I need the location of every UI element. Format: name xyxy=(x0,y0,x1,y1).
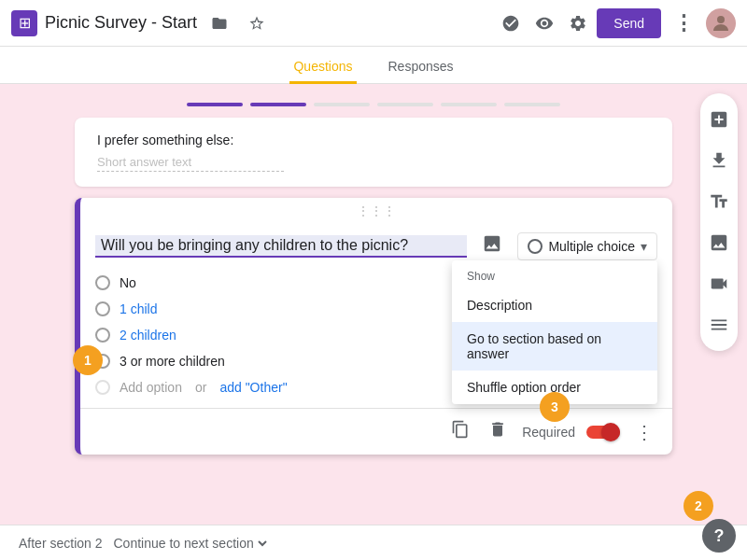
type-chevron: ▾ xyxy=(641,239,647,254)
add-video-icon[interactable] xyxy=(700,265,738,302)
card-more-icon[interactable]: ⋮ xyxy=(631,417,657,447)
top-question-card: I prefer something else: Short answer te… xyxy=(75,118,672,187)
option-label-no[interactable]: No xyxy=(120,275,136,290)
section-dot-2 xyxy=(250,103,306,106)
type-label: Multiple choice xyxy=(548,239,635,254)
toggle-thumb xyxy=(601,423,620,441)
required-toggle[interactable] xyxy=(586,423,620,441)
section-bar xyxy=(75,99,672,106)
card-footer: Required ⋮ xyxy=(80,408,672,455)
add-image-icon[interactable] xyxy=(478,230,506,262)
option-label-3children[interactable]: 3 or more children xyxy=(120,354,225,369)
option-radio-1child xyxy=(95,301,110,316)
copy-icon[interactable] xyxy=(447,416,473,447)
send-button[interactable]: Send xyxy=(597,8,661,38)
settings-icon[interactable] xyxy=(563,8,593,38)
add-option-text[interactable]: Add option xyxy=(120,380,182,395)
folder-icon[interactable] xyxy=(204,8,234,38)
option-label-2children[interactable]: 2 children xyxy=(120,328,176,343)
app-icon: ⊞ xyxy=(11,10,37,36)
collaborators-icon[interactable] xyxy=(496,8,526,38)
delete-icon[interactable] xyxy=(485,416,511,447)
section-dot-1 xyxy=(187,103,243,106)
option-radio-2children xyxy=(95,328,110,343)
radio-icon xyxy=(528,239,543,254)
required-label: Required xyxy=(522,425,575,440)
bottom-bar: After section 2 Continue to next section xyxy=(0,525,747,560)
badge-3: 3 xyxy=(540,392,570,422)
section-action-select[interactable]: Continue to next section xyxy=(110,535,270,552)
type-selector[interactable]: Multiple choice ▾ xyxy=(517,232,657,260)
header: ⊞ Picnic Survey - Start Send ⋮ xyxy=(0,0,747,47)
help-button[interactable]: ? xyxy=(702,519,736,553)
section-dot-3 xyxy=(314,103,370,106)
short-answer-placeholder: Short answer text xyxy=(97,155,284,172)
tab-responses[interactable]: Responses xyxy=(385,51,458,84)
option-label-1child[interactable]: 1 child xyxy=(120,301,157,316)
add-question-icon[interactable] xyxy=(700,101,738,138)
drag-handle: ⋮⋮⋮ xyxy=(80,198,672,222)
option-radio-no xyxy=(95,275,110,290)
top-question-text: I prefer something else: xyxy=(97,133,650,147)
add-option-radio xyxy=(95,380,110,395)
active-question-card: ⋮⋮⋮ Multiple choice ▾ No ✕ xyxy=(75,198,672,455)
section-dot-6 xyxy=(504,103,560,106)
tab-questions[interactable]: Questions xyxy=(289,51,356,84)
header-left: ⊞ Picnic Survey - Start xyxy=(11,8,496,38)
add-title-icon[interactable] xyxy=(700,183,738,220)
question-input[interactable] xyxy=(95,235,467,258)
badge-2: 2 xyxy=(684,491,713,521)
add-option-separator: or xyxy=(195,380,206,395)
section-dot-5 xyxy=(441,103,497,106)
badge-1: 1 xyxy=(73,345,103,375)
add-image-toolbar-icon[interactable] xyxy=(700,224,738,261)
svg-point-0 xyxy=(717,16,725,23)
dropdown-show-label: Show xyxy=(452,260,657,288)
dropdown-item-description[interactable]: Description xyxy=(452,288,657,322)
dropdown-menu: Show Description Go to section based on … xyxy=(452,260,657,404)
tabs-bar: Questions Responses xyxy=(0,47,747,84)
more-options-icon[interactable]: ⋮ xyxy=(669,8,698,38)
question-row: Multiple choice ▾ xyxy=(95,230,657,262)
avatar xyxy=(706,8,736,38)
preview-icon[interactable] xyxy=(529,8,559,38)
section-dot-4 xyxy=(377,103,433,106)
right-toolbar xyxy=(700,93,738,351)
dropdown-item-goto[interactable]: Go to section based on answer xyxy=(452,322,657,371)
add-section-icon[interactable] xyxy=(700,306,738,343)
page-title: Picnic Survey - Start xyxy=(45,13,197,33)
star-icon[interactable] xyxy=(242,8,272,38)
content-area: I prefer something else: Short answer te… xyxy=(0,84,747,560)
after-section-label: After section 2 xyxy=(19,536,103,551)
header-right: Send ⋮ xyxy=(496,8,736,38)
import-questions-icon[interactable] xyxy=(700,142,738,179)
add-other-link[interactable]: add "Other" xyxy=(219,380,287,395)
